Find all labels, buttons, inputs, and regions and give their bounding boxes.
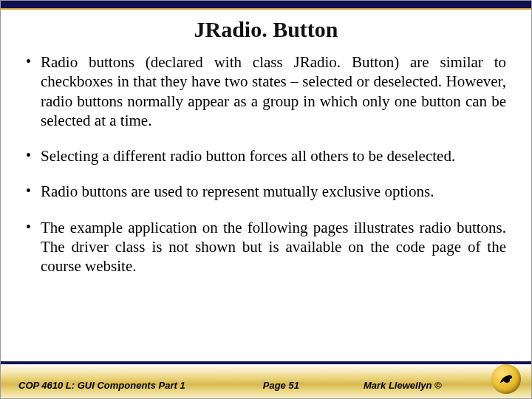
bullet-text: Radio buttons are used to represent mutu…: [41, 182, 506, 201]
bullet-text: Selecting a different radio button force…: [41, 146, 506, 166]
slide-body: • Radio buttons (declared with class JRa…: [1, 52, 531, 398]
bullet-item: • The example application on the followi…: [26, 218, 506, 276]
bullet-dot: •: [26, 52, 41, 130]
footer-row: COP 4610 L: GUI Components Part 1 Page 5…: [1, 380, 531, 391]
bullet-text: Radio buttons (declared with class JRadi…: [41, 52, 506, 130]
pegasus-icon: [497, 369, 516, 389]
slide-title: JRadio. Button: [1, 10, 531, 52]
slide-footer: COP 4610 L: GUI Components Part 1 Page 5…: [1, 360, 531, 398]
bullet-item: • Radio buttons (declared with class JRa…: [26, 52, 506, 130]
bullet-item: • Radio buttons are used to represent mu…: [26, 182, 506, 201]
top-bar: [1, 1, 531, 10]
slide: JRadio. Button • Radio buttons (declared…: [0, 0, 532, 399]
bullet-dot: •: [26, 146, 41, 166]
bullet-item: • Selecting a different radio button for…: [26, 146, 506, 166]
footer-page: Page 51: [219, 380, 343, 391]
footer-rule: [1, 361, 531, 364]
bullet-dot: •: [26, 218, 41, 276]
bullet-text: The example application on the following…: [41, 218, 506, 276]
footer-course: COP 4610 L: GUI Components Part 1: [18, 380, 219, 391]
bullet-dot: •: [26, 182, 41, 201]
ucf-logo-icon: [491, 364, 521, 394]
